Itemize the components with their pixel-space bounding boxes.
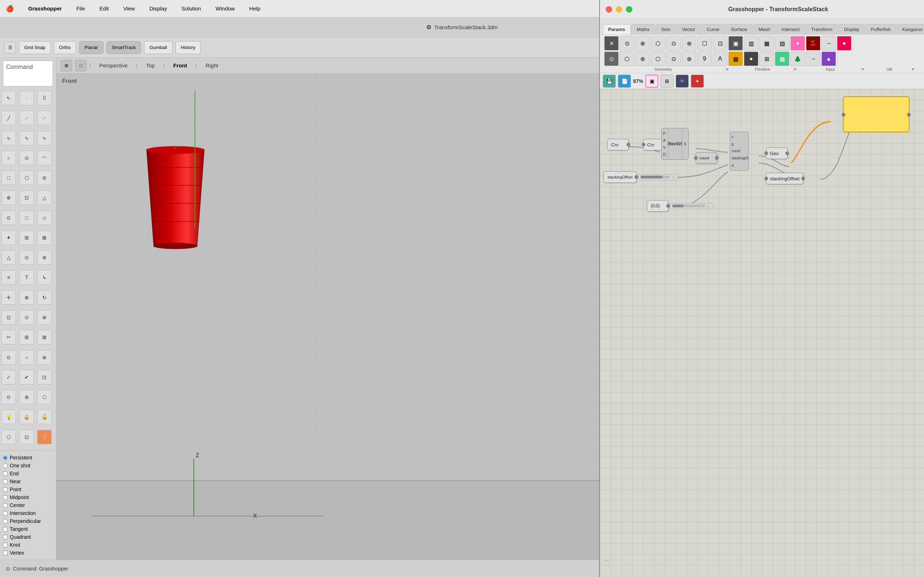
grid-snap-btn[interactable]: Grid Snap bbox=[19, 41, 51, 54]
tool-circle2[interactable]: ⊙ bbox=[19, 151, 34, 165]
tool-lock2[interactable]: 🔓 bbox=[37, 410, 52, 424]
viewport-tab-perspective[interactable]: Perspective bbox=[94, 61, 133, 70]
tool-mesh2[interactable]: ⊞ bbox=[19, 230, 34, 245]
tool-dim3[interactable]: ⊛ bbox=[37, 250, 52, 265]
gh-icon-r14[interactable]: → bbox=[806, 52, 821, 66]
tool-circle[interactable]: ○ bbox=[2, 151, 16, 165]
tool-curve[interactable]: ∿ bbox=[2, 131, 16, 145]
gh-icon-r1[interactable]: ⊙ bbox=[604, 52, 619, 66]
gh-icon-r6[interactable]: ⊛ bbox=[682, 52, 696, 66]
tool-extend[interactable]: ⊠ bbox=[37, 330, 52, 344]
tool-filter[interactable]: ⬡ bbox=[2, 430, 16, 444]
menu-display[interactable]: Display bbox=[147, 4, 170, 13]
gh-stacking-slider[interactable]: ◇ bbox=[638, 174, 678, 180]
tool-loft[interactable]: ⊡ bbox=[19, 190, 34, 205]
gh-yellow-node[interactable] bbox=[843, 96, 909, 132]
menu-window[interactable]: Window bbox=[213, 4, 237, 13]
tool-point[interactable]: · bbox=[19, 91, 34, 105]
snap-vertex[interactable]: Vertex bbox=[3, 549, 53, 557]
gh-tab-sets[interactable]: Sets bbox=[656, 24, 676, 34]
menu-solution[interactable]: Solution bbox=[179, 4, 204, 13]
gh-icon-r8[interactable]: A bbox=[713, 52, 727, 66]
gh-icon-r11[interactable]: ⊞ bbox=[759, 52, 774, 66]
tool-array[interactable]: ⊛ bbox=[37, 310, 52, 324]
gh-icon-geo8[interactable]: ⊡ bbox=[713, 36, 727, 50]
gh-node-crv1[interactable]: Crv bbox=[607, 139, 629, 150]
menu-grasshopper[interactable]: Grasshopper bbox=[25, 4, 65, 13]
snap-intersection-check[interactable] bbox=[3, 511, 8, 516]
snap-intersection[interactable]: Intersection bbox=[3, 509, 53, 517]
gh-icon-r9[interactable]: ▦ bbox=[729, 52, 743, 66]
tool-trim[interactable]: ✂ bbox=[2, 330, 16, 344]
snap-end-check[interactable] bbox=[3, 471, 8, 476]
gh-icon-geo1[interactable]: ✕ bbox=[604, 36, 619, 50]
viewport-tab-front[interactable]: Front bbox=[168, 61, 193, 70]
gh-close-btn[interactable] bbox=[606, 6, 612, 13]
tool-rect[interactable]: □ bbox=[2, 171, 16, 185]
tool-copy[interactable]: ⊕ bbox=[19, 290, 34, 305]
snap-midpoint-check[interactable] bbox=[3, 495, 8, 500]
tool-analyze[interactable]: ⊡ bbox=[37, 370, 52, 384]
gh-node-python[interactable]: c g count stackingOffset a Python out b bbox=[730, 132, 749, 171]
menu-help[interactable]: Help bbox=[246, 4, 263, 13]
snap-end[interactable]: End bbox=[3, 469, 53, 477]
tool-lock[interactable]: 🔒 bbox=[19, 410, 34, 424]
gh-node-revsrf[interactable]: P A V D RevSrf S bbox=[661, 128, 689, 160]
tool-check[interactable]: ✓ bbox=[2, 370, 16, 384]
tool-intersect[interactable]: ⊛ bbox=[37, 350, 52, 364]
gh-min-btn[interactable] bbox=[616, 6, 622, 13]
gh-icon-geo6[interactable]: ⊛ bbox=[682, 36, 696, 50]
snap-tangent-check[interactable] bbox=[3, 527, 8, 532]
gh-stacking-track[interactable] bbox=[641, 176, 670, 179]
gh-zoom-fit-btn[interactable]: ▣ bbox=[645, 75, 658, 88]
gh-stacking-offset-node[interactable]: stackingOffset bbox=[604, 171, 637, 183]
gh-count-node[interactable]: {0;0} bbox=[647, 200, 669, 212]
snap-oneshot-radio[interactable] bbox=[3, 463, 8, 468]
tool-light[interactable]: 💡 bbox=[2, 410, 16, 424]
tool-polyline2[interactable]: ⟋ bbox=[37, 111, 52, 125]
gh-node-pt[interactable]: Geo bbox=[766, 148, 788, 159]
tool-clipping[interactable]: ⊡ bbox=[19, 430, 34, 444]
snap-point-check[interactable] bbox=[3, 487, 8, 492]
snap-tangent[interactable]: Tangent bbox=[3, 525, 53, 533]
planar-btn[interactable]: Planar bbox=[79, 41, 103, 54]
gh-icon-input4[interactable]: ▧ bbox=[775, 36, 789, 50]
snap-knot[interactable]: Knot bbox=[3, 541, 53, 549]
snap-center[interactable]: Center bbox=[3, 501, 53, 509]
gh-tab-surface[interactable]: Surface bbox=[725, 24, 753, 34]
gh-icon-util1[interactable]: ● bbox=[837, 36, 851, 50]
gh-preview-btn[interactable]: 👁 bbox=[676, 75, 689, 88]
tool-leader[interactable]: ↳ bbox=[37, 270, 52, 285]
snap-oneshot[interactable]: One shot bbox=[3, 462, 53, 469]
gh-icon-arrow1[interactable]: → bbox=[822, 36, 836, 50]
gh-tab-intersect[interactable]: Intersect bbox=[776, 24, 805, 34]
gh-icon-r4[interactable]: ⬡ bbox=[651, 52, 665, 66]
history-btn[interactable]: History bbox=[175, 41, 201, 54]
tool-text[interactable]: T bbox=[19, 270, 34, 285]
gh-tab-curve[interactable]: Curve bbox=[701, 24, 725, 34]
tool-move[interactable]: ✛ bbox=[2, 290, 16, 305]
snap-quadrant-check[interactable] bbox=[3, 535, 8, 540]
gh-icon-geo7[interactable]: ☐ bbox=[697, 36, 712, 50]
tool-check2[interactable]: ✔ bbox=[19, 370, 34, 384]
snap-vertex-check[interactable] bbox=[3, 551, 8, 555]
snap-perpendicular-check[interactable] bbox=[3, 519, 8, 524]
gh-count-track[interactable] bbox=[672, 205, 705, 207]
menu-file[interactable]: File bbox=[73, 4, 88, 13]
gh-icon-geo4[interactable]: ⬡ bbox=[651, 36, 665, 50]
tool-hatch[interactable]: ≡ bbox=[2, 270, 16, 285]
tool-freeform[interactable]: ⊕ bbox=[2, 190, 16, 205]
snap-perpendicular[interactable]: Perpendicular bbox=[3, 517, 53, 525]
viewport-grid-toggle[interactable]: ⊞ bbox=[61, 60, 72, 71]
tool-sweep[interactable]: △ bbox=[37, 190, 52, 205]
menu-edit[interactable]: Edit bbox=[97, 4, 112, 13]
gh-tab-kangaroo[interactable]: Kangaroo bbox=[897, 24, 924, 34]
snap-quadrant[interactable]: Quadrant bbox=[3, 533, 53, 541]
tool-select[interactable]: ↖ bbox=[2, 91, 16, 105]
tool-color[interactable]: 🎨 bbox=[37, 430, 52, 444]
gh-bake-btn[interactable]: ✦ bbox=[691, 75, 704, 88]
gh-icon-r15[interactable]: ▲ bbox=[822, 52, 836, 66]
tool-scale[interactable]: ⊡ bbox=[2, 310, 16, 324]
gh-icon-input1[interactable]: ▣ bbox=[729, 36, 743, 50]
tool-polyline[interactable]: ⟋ bbox=[19, 111, 34, 125]
